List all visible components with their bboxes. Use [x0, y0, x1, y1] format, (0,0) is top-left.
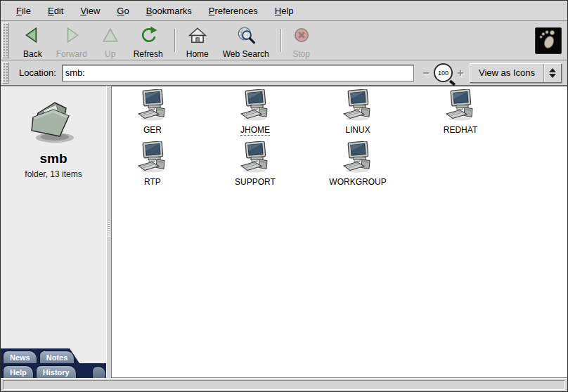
host-grid: GERJHOMELINUXREDHATRTPSUPPORTWORKGROUP [112, 89, 505, 192]
location-bar-drag-grip[interactable] [2, 62, 9, 84]
menu-item-bookmarks[interactable]: Bookmarks [139, 3, 199, 19]
sidebar-tab-notes[interactable]: Notes [39, 351, 75, 363]
icon-view[interactable]: GERJHOMELINUXREDHATRTPSUPPORTWORKGROUP [112, 86, 567, 378]
host-item-redhat[interactable]: REDHAT [420, 89, 501, 140]
host-item-linux[interactable]: LINUX [317, 89, 399, 140]
dropdown-spin-arrows [544, 68, 561, 78]
stop-button: Stop [285, 23, 318, 58]
back-button[interactable]: Back [16, 23, 49, 58]
menu-item-file[interactable]: File [9, 3, 38, 19]
sidebar: smb folder, 13 items NewsNotes HelpHisto… [1, 86, 106, 378]
sidebar-folder-info: smb folder, 13 items [1, 86, 106, 179]
refresh-button[interactable]: Refresh [127, 23, 170, 58]
menu-item-edit[interactable]: Edit [41, 3, 70, 19]
status-text [3, 380, 565, 390]
status-bar [1, 378, 567, 391]
content-area: smb folder, 13 items NewsNotes HelpHisto… [1, 86, 567, 378]
host-item-ger[interactable]: GER [112, 89, 193, 140]
forward-icon [63, 26, 81, 47]
computer-icon [342, 141, 374, 176]
chevron-up-icon [549, 68, 556, 72]
toolbar: BackForwardUpRefreshHomeWeb SearchStop [1, 21, 567, 60]
sidebar-folder-title: smb [39, 151, 67, 166]
sidebar-tab-news[interactable]: News [3, 351, 37, 363]
zoom-level-value: 100 [438, 70, 448, 77]
computer-icon [444, 89, 477, 124]
location-bar: Location: − 100 + View as Icons [1, 60, 567, 86]
zoom-in-button[interactable]: + [456, 68, 465, 78]
toolbar-separator [280, 29, 281, 52]
menu-item-preferences[interactable]: Preferences [202, 3, 265, 19]
zoom-control: − 100 + [421, 63, 465, 82]
toolbar-button-label: Stop [292, 49, 310, 59]
open-folder-icon [22, 93, 84, 150]
sidebar-tab-row-2: HelpHistory [1, 363, 106, 378]
toolbar-button-label: Up [105, 49, 115, 59]
toolbar-button-label: Forward [56, 49, 87, 59]
up-icon [101, 26, 120, 47]
host-label: SUPPORT [235, 177, 276, 187]
view-mode-dropdown[interactable]: View as Icons [470, 63, 562, 83]
computer-icon [239, 141, 271, 176]
web-search-icon [237, 26, 255, 47]
zoom-out-button[interactable]: − [421, 68, 431, 78]
sidebar-splitter[interactable] [106, 86, 112, 378]
sidebar-tabs: NewsNotes HelpHistory [1, 348, 106, 378]
host-label: RTP [144, 177, 161, 187]
back-icon [23, 26, 41, 47]
up-button: Up [94, 23, 127, 58]
host-item-rtp[interactable]: RTP [112, 141, 193, 192]
computer-icon [239, 89, 271, 124]
view-mode-label: View as Icons [479, 67, 543, 78]
computer-icon [136, 141, 169, 176]
menu-item-view[interactable]: View [73, 3, 107, 19]
toolbar-drag-grip[interactable] [2, 22, 9, 58]
toolbar-button-label: Refresh [134, 49, 163, 59]
host-item-support[interactable]: SUPPORT [214, 141, 296, 192]
chevron-down-icon [549, 74, 556, 78]
toolbar-buttons: BackForwardUpRefreshHomeWeb SearchStop [11, 21, 318, 60]
host-label: JHOME [240, 125, 270, 136]
gnome-throbber[interactable] [535, 27, 562, 54]
toolbar-button-label: Back [23, 49, 42, 59]
home-icon [188, 26, 207, 47]
gnome-foot-icon [538, 29, 559, 53]
host-label: WORKGROUP [329, 177, 386, 187]
refresh-icon [139, 26, 157, 47]
forward-button: Forward [49, 23, 94, 58]
location-label: Location: [19, 67, 56, 78]
menu-item-go[interactable]: Go [110, 3, 136, 19]
toolbar-button-label: Web Search [223, 49, 269, 59]
menu-item-help[interactable]: Help [268, 3, 301, 19]
web-search-button[interactable]: Web Search [216, 23, 276, 58]
home-button[interactable]: Home [179, 23, 216, 58]
computer-icon [342, 89, 374, 124]
host-label: GER [143, 125, 162, 135]
host-label: REDHAT [444, 125, 477, 135]
toolbar-button-label: Home [186, 49, 209, 59]
computer-icon [136, 89, 169, 124]
host-label: LINUX [345, 125, 370, 135]
toolbar-separator [174, 29, 175, 52]
menubar: FileEditViewGoBookmarksPreferencesHelp [1, 1, 567, 21]
splitter-grip-icon [108, 220, 110, 238]
sidebar-tab-help[interactable]: Help [3, 365, 34, 378]
location-input[interactable] [62, 65, 414, 81]
host-item-jhome[interactable]: JHOME [214, 89, 296, 140]
zoom-level-indicator[interactable]: 100 [434, 63, 453, 82]
sidebar-tab-row-1: NewsNotes [1, 348, 79, 363]
sidebar-tab-history[interactable]: History [36, 365, 77, 378]
sidebar-folder-item-count: folder, 13 items [25, 169, 82, 179]
stop-icon [292, 26, 311, 47]
file-manager-window: FileEditViewGoBookmarksPreferencesHelp B… [0, 0, 568, 392]
sidebar-tab-partial[interactable] [92, 366, 106, 378]
host-item-workgroup[interactable]: WORKGROUP [317, 141, 399, 192]
